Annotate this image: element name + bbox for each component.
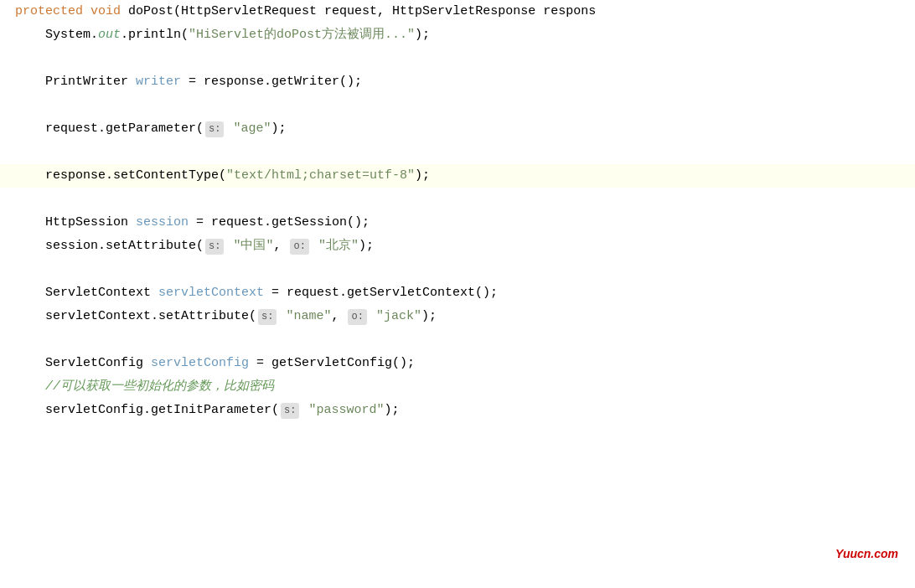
code-line-10: ServletConfig servletConfig = getServlet… <box>0 352 915 375</box>
code-line-12: servletConfig.getInitParameter( s: "pass… <box>0 399 915 422</box>
method-dopost: doPost(HttpServletRequest request, HttpS… <box>128 2 596 22</box>
badge-o2: o: <box>348 309 366 325</box>
watermark: Yuucn.com <box>835 544 898 563</box>
badge-s1: s: <box>205 121 224 137</box>
code-container: protected void doPost(HttpServletRequest… <box>0 0 915 588</box>
badge-o1: o: <box>290 239 308 255</box>
badge-s4: s: <box>281 403 299 419</box>
blank-line-2 <box>0 94 915 117</box>
code-line-6: HttpSession session = request.getSession… <box>0 211 915 235</box>
badge-s2: s: <box>205 239 224 255</box>
code-line-8: ServletContext servletContext = request.… <box>0 281 915 305</box>
code-line-4: request.getParameter( s: "age" ); <box>0 117 915 141</box>
code-line-3: PrintWriter writer = response.getWriter(… <box>0 70 915 94</box>
code-comment: //可以获取一些初始化的参数，比如密码 <box>45 377 274 397</box>
string-contenttype: "text/html;charset=utf-8" <box>226 166 415 186</box>
blank-line-3 <box>0 141 915 164</box>
blank-line-4 <box>0 188 915 211</box>
blank-line-1 <box>0 47 915 70</box>
keyword-protected: protected <box>15 2 83 22</box>
string-hisprint: "HiServlet的doPost方法被调用..." <box>189 25 415 45</box>
badge-s3: s: <box>258 309 277 325</box>
code-line-2: System.out.println("HiServlet的doPost方法被调… <box>0 23 915 47</box>
code-line-1: protected void doPost(HttpServletRequest… <box>0 0 915 23</box>
code-line-9: servletContext.setAttribute( s: "name" ,… <box>0 305 915 328</box>
blank-line-5 <box>0 258 915 281</box>
code-line-11: //可以获取一些初始化的参数，比如密码 <box>0 375 915 399</box>
code-line-7: session.setAttribute( s: "中国" , o: "北京" … <box>0 235 915 258</box>
code-line-5: response.setContentType("text/html;chars… <box>0 164 915 188</box>
blank-line-6 <box>0 328 915 352</box>
keyword-void: void <box>90 2 121 22</box>
